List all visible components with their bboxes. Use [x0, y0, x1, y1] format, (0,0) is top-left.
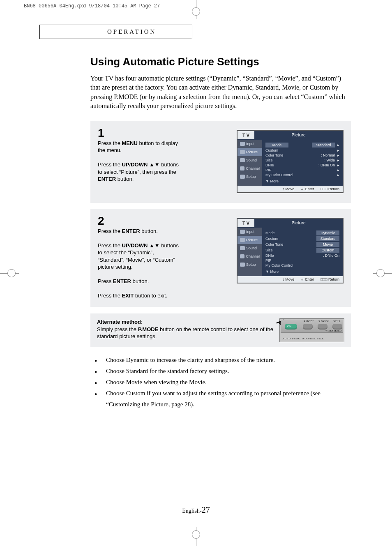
- nav-picture: Picture: [238, 236, 262, 244]
- t: Picture: [246, 238, 258, 242]
- t: ENTER: [98, 176, 116, 182]
- crop-mark: [7, 269, 16, 277]
- t: Channel: [246, 254, 260, 258]
- remote-bottom-labels: AUTO PROG. ADD/DEL SIZE: [282, 337, 324, 340]
- t: : DNIe On: [323, 253, 339, 258]
- page-footer: English-27: [25, 505, 367, 515]
- osd-screenshot-2: T V Picture Input Picture Sound Channel …: [237, 218, 344, 283]
- osd-nav: Input Picture Sound Channel Setup: [238, 140, 262, 186]
- t: button.: [116, 176, 134, 182]
- bullet-item: Choose Movie when viewing the Movie.: [106, 377, 351, 388]
- t: Press: [98, 278, 113, 284]
- nav-channel: Channel: [238, 252, 262, 260]
- t: ↲ Enter: [301, 277, 314, 281]
- setup-icon: [240, 263, 245, 267]
- t: Press the: [98, 228, 122, 234]
- crop-mark: [192, 7, 200, 16]
- t: Setup: [246, 263, 256, 267]
- step-2-box: 2 Press the ENTER button. Press the UP/D…: [90, 209, 351, 307]
- footer-page-number: 27: [202, 505, 210, 514]
- t: Channel: [246, 166, 260, 170]
- t: Size: [265, 158, 273, 162]
- t: P.MODE: [138, 326, 159, 332]
- t: Dynamic: [316, 230, 339, 235]
- osd-tv-label: T V: [238, 219, 254, 227]
- arrow-icon: ▸: [337, 168, 339, 172]
- t: MENU: [122, 140, 138, 146]
- arrow-icon: ▸: [337, 148, 339, 152]
- t: DNIe: [265, 163, 274, 167]
- osd-title: Picture: [254, 221, 343, 225]
- sound-icon: [240, 246, 245, 250]
- remote-label-on: ON: [287, 325, 291, 328]
- t: Input: [246, 230, 254, 234]
- nav-input: Input: [238, 228, 262, 236]
- arrow-icon: ▸: [337, 173, 339, 177]
- t: ENTER: [113, 278, 131, 284]
- t: button.: [140, 228, 158, 234]
- input-icon: [240, 230, 245, 234]
- osd-title: Picture: [254, 133, 343, 137]
- t: Setup: [246, 175, 256, 179]
- t: Mode: [265, 231, 275, 235]
- t: ↲ Enter: [301, 187, 314, 191]
- t: Standard: [316, 236, 339, 241]
- t: Custom: [265, 148, 278, 152]
- nav-setup: Setup: [238, 260, 262, 269]
- t: ↕ Move: [282, 277, 294, 281]
- channel-icon: [240, 166, 244, 170]
- osd-main: ModeStandard▸ Custom▸ Color Tone: Normal…: [262, 140, 343, 186]
- t: ENTER: [122, 228, 140, 234]
- intro-paragraph: Your TV has four automatic picture setti…: [90, 74, 351, 111]
- picture-icon: [240, 238, 245, 242]
- step-1-box: 1 Press the MENU button to display the m…: [90, 121, 351, 203]
- osd-screenshot-1: T V Picture Input Picture Sound Channel …: [237, 130, 344, 193]
- t: Movie: [316, 242, 339, 247]
- arrow-icon: ▸: [337, 163, 339, 167]
- t: Press the: [98, 140, 122, 146]
- t: Custom: [316, 248, 339, 253]
- bullet-item: Choose Dynamic to increase the clarity a…: [106, 355, 351, 366]
- osd-footer: ↕ Move ↲ Enter □□□ Return: [238, 276, 343, 283]
- t: Simply press the: [97, 326, 138, 332]
- osd-footer: ↕ Move ↲ Enter □□□ Return: [238, 186, 343, 192]
- crop-mark: [192, 530, 200, 539]
- alternate-method-text: Alternate method: Simply press the P.MOD…: [97, 318, 274, 340]
- alternate-method-box: Alternate method: Simply press the P.MOD…: [90, 313, 351, 347]
- t: : Normal: [321, 153, 335, 157]
- t: Custom: [265, 237, 278, 241]
- nav-channel: Channel: [238, 164, 262, 173]
- section-header: OPERATION: [39, 25, 192, 39]
- alt-heading: Alternate method:: [97, 319, 143, 325]
- t: PIP: [265, 258, 272, 263]
- nav-sound: Sound: [238, 244, 262, 252]
- arrow-icon: ▸: [337, 153, 339, 157]
- t: Input: [246, 142, 254, 146]
- t: PIP: [265, 168, 272, 172]
- t: □□□ Return: [321, 277, 339, 281]
- t: ↕ Move: [282, 187, 294, 191]
- t: Sound: [246, 158, 257, 162]
- nav-setup: Setup: [238, 173, 262, 181]
- t: Size: [265, 248, 273, 252]
- remote-control-image: ☚ P.MODE S.MODE STILL ON WISE/STEREO AUT…: [279, 318, 344, 342]
- osd-more: ▼ More: [265, 177, 339, 183]
- remote-still-button: [332, 324, 342, 329]
- t: Sound: [246, 246, 257, 250]
- sound-icon: [240, 158, 245, 162]
- bullet-list: Choose Dynamic to increase the clarity a…: [106, 355, 351, 410]
- t: : DNIe On: [318, 163, 335, 167]
- nav-input: Input: [238, 140, 262, 148]
- arrow-icon: ▸: [337, 143, 339, 147]
- t: button.: [131, 278, 149, 284]
- bullet-item: Choose Standard for the standard factory…: [106, 366, 351, 377]
- t: My Color Control: [265, 263, 293, 267]
- picture-icon: [240, 150, 245, 154]
- nav-sound: Sound: [238, 156, 262, 164]
- bullet-item: Choose Custom if you want to adjust the …: [106, 388, 351, 410]
- t: DNIe: [265, 253, 274, 258]
- t: Color Tone: [265, 153, 283, 157]
- t: My Color Control: [265, 173, 293, 177]
- osd-tv-label: T V: [238, 131, 254, 139]
- t: Press the: [98, 161, 122, 168]
